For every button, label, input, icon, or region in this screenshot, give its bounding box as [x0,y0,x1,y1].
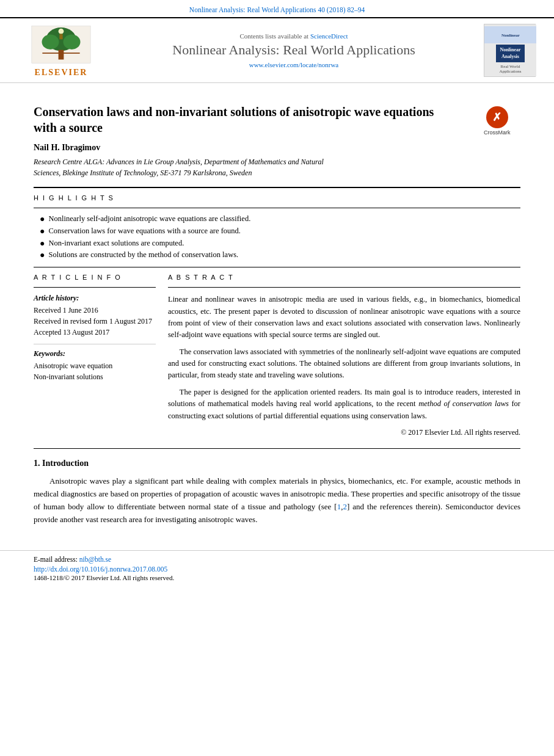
journal-title: Nonlinear Analysis: Real World Applicati… [116,42,472,58]
footer-doi[interactable]: http://dx.doi.org/10.1016/j.nonrwa.2017.… [34,565,520,573]
highlight-text-3: Non-invariant exact solutions are comput… [48,239,184,248]
revised-date: Received in revised form 1 August 2017 [34,316,156,327]
title-area: Conservation laws and non-invariant solu… [34,104,484,143]
accepted-date: Accepted 13 August 2017 [34,327,156,338]
journal-header-center: Contents lists available at ScienceDirec… [116,32,472,68]
journal-header: ELSEVIER Contents lists available at Sci… [0,17,554,83]
highlight-text-1: Nonlinearly self-adjoint anisotropic wav… [48,214,250,224]
ref1-link[interactable]: 1 [337,502,341,511]
keyword-2: Non-invariant solutions [34,371,156,382]
divider-after-affiliation [34,187,520,188]
footer-copyright: 1468-1218/© 2017 Elsevier Ltd. All right… [34,574,520,581]
elsevier-logo-area: ELSEVIER [18,23,104,78]
thumbnail-title: NonlinearAnalysis [496,45,524,62]
and-word: and [168,359,179,368]
article-history: Article history: Received 1 June 2016 Re… [34,294,156,338]
article-info-abstract: A R T I C L E I N F O Article history: R… [34,274,520,438]
abstract-text: Linear and nonlinear waves in anisotropi… [168,294,520,438]
crossmark-badge[interactable]: ✗ CrossMark [484,106,511,136]
abstract-para-3: The paper is designed for the applicatio… [168,387,520,422]
abstract-top-divider [168,287,520,288]
elsevier-label: ELSEVIER [35,68,88,78]
svg-point-2 [42,34,59,49]
page: Nonlinear Analysis: Real World Applicati… [0,0,554,756]
affiliation-line1: Research Centre ALGA: Advances in Lie Gr… [34,158,324,166]
ref2-link[interactable]: 2 [343,502,347,511]
method-italic: method of conservation laws [418,399,509,408]
highlights-bottom-divider [34,267,520,267]
abstract-col: A B S T R A C T Linear and nonlinear wav… [168,274,520,438]
crossmark-label: CrossMark [484,129,511,136]
sciencedirect-notice: Contents lists available at ScienceDirec… [116,32,472,40]
thumbnail-image: Nonlinear NonlinearAnalysis Real WorldAp… [484,24,536,76]
main-content: Conservation laws and non-invariant solu… [0,83,554,538]
crossmark-icon: ✗ [486,106,508,128]
highlights-list: ●Nonlinearly self-adjoint anisotropic wa… [34,214,520,261]
keywords-label: Keywords: [34,349,156,358]
abstract-label: A B S T R A C T [168,274,520,281]
introduction-paragraph: Anisotropic waves play a significant par… [34,474,520,526]
article-info-top-divider [34,287,156,288]
journal-url[interactable]: www.elsevier.com/locate/nonrwa [116,61,472,68]
footer: E-mail address: nib@bth.se http://dx.doi… [0,550,554,586]
doi-link[interactable]: http://dx.doi.org/10.1016/j.nonrwa.2017.… [34,565,167,573]
computed-word: computed [490,347,520,356]
author-name: Nail H. Ibragimov [34,143,520,153]
introduction-heading: 1. Introduction [34,459,520,468]
keywords-section: Keywords: Anisotropic wave equation Non-… [34,349,156,382]
journal-reference: Nonlinear Analysis: Real World Applicati… [0,0,554,17]
highlight-text-4: Solutions are constructed by the method … [48,250,238,260]
crossmark-area: ✗ CrossMark [484,104,520,136]
title-row: Conservation laws and non-invariant solu… [34,104,520,143]
keyword-1: Anisotropic wave equation [34,360,156,371]
highlights-section: H I G H L I G H T S ●Nonlinearly self-ad… [34,194,520,267]
bullet-4: ● [40,250,45,261]
svg-text:Nonlinear: Nonlinear [501,33,520,38]
highlights-label: H I G H L I G H T S [34,194,520,202]
elsevier-logo: ELSEVIER [18,23,104,78]
highlight-item-3: ●Non-invariant exact solutions are compu… [40,239,520,249]
article-history-label: Article history: [34,294,156,303]
affiliation: Research Centre ALGA: Advances in Lie Gr… [34,156,520,178]
journal-ref-text: Nonlinear Analysis: Real World Applicati… [189,6,365,13]
info-middle-divider [34,344,156,344]
main-divider [34,448,520,449]
abstract-para-1: Linear and nonlinear waves in anisotropi… [168,294,520,341]
paper-title: Conservation laws and non-invariant solu… [34,104,449,136]
svg-point-3 [64,34,81,49]
svg-rect-5 [42,53,79,54]
intro-text: Anisotropic waves play a significant par… [34,474,520,526]
highlights-top-divider [34,208,520,208]
email-label: E-mail address: [34,556,78,563]
svg-rect-4 [59,50,64,60]
bullet-2: ● [40,227,45,237]
highlight-text-2: Conservation laws for wave equations wit… [48,227,241,236]
sciencedirect-link[interactable]: ScienceDirect [310,32,348,40]
svg-point-6 [59,29,64,34]
highlight-item-1: ●Nonlinearly self-adjoint anisotropic wa… [40,214,520,225]
email-link[interactable]: nib@bth.se [79,556,111,563]
introduction-section: 1. Introduction Anisotropic waves play a… [34,459,520,526]
article-info-col: A R T I C L E I N F O Article history: R… [34,274,156,438]
highlight-item-4: ●Solutions are constructed by the method… [40,250,520,261]
abstract-para-2: The conservation laws associated with sy… [168,346,520,382]
elsevier-tree-icon [24,23,98,66]
highlight-item-2: ●Conservation laws for wave equations wi… [40,227,520,237]
article-info-label: A R T I C L E I N F O [34,274,156,281]
affiliation-line2: Sciences, Blekinge Institute of Technolo… [34,169,252,177]
bullet-1: ● [40,214,45,225]
bullet-3: ● [40,239,45,249]
journal-thumbnail: Nonlinear NonlinearAnalysis Real WorldAp… [484,24,536,77]
abstract-copyright: © 2017 Elsevier Ltd. All rights reserved… [168,427,520,438]
footer-email: E-mail address: nib@bth.se [34,556,520,563]
received-date: Received 1 June 2016 [34,305,156,316]
svg-rect-7 [59,34,62,40]
